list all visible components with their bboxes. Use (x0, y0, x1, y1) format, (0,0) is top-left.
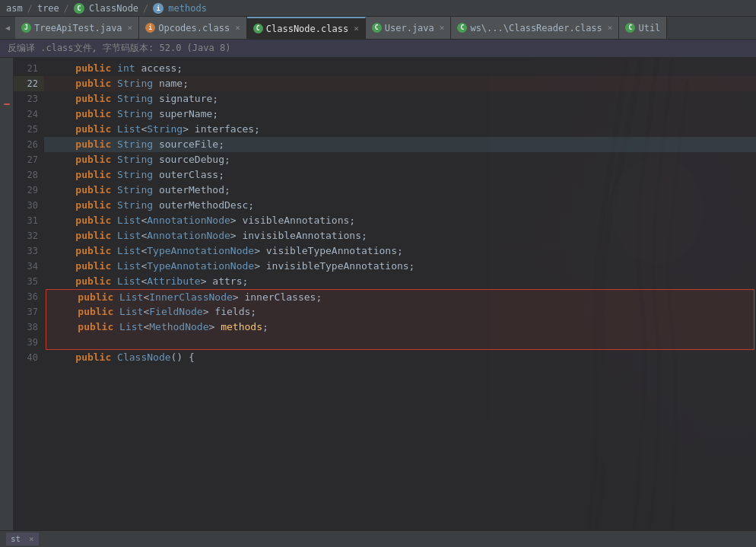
line-num-26: 26 (14, 137, 44, 152)
code-line-22: public String name; (44, 76, 756, 91)
code-line-26: public String sourceFile; (44, 137, 756, 152)
left-marker (4, 103, 10, 105)
code-line-35: public List<Attribute> attrs; (44, 274, 756, 289)
line-num-33: 33 (14, 243, 44, 259)
line-num-21: 21 (14, 61, 44, 76)
code-line-24: public String superName; (44, 107, 756, 122)
tab-label-opcodes: Opcodes.class (158, 23, 230, 33)
tab-user-java[interactable]: C User.java × (366, 17, 452, 39)
line-num-27: 27 (14, 152, 44, 167)
line-num-38: 38 (14, 320, 44, 335)
breadcrumb-asm[interactable]: asm (6, 3, 23, 14)
status-bar: st × (0, 530, 756, 547)
tab-icon-util: C (625, 23, 635, 33)
tab-opcodes[interactable]: i Opcodes.class × (139, 17, 247, 39)
code-line-31: public List<AnnotationNode> visibleAnnot… (44, 213, 756, 228)
tab-bar: ◀ J TreeApiTest.java × i Opcodes.class ×… (0, 17, 756, 40)
line-num-28: 28 (14, 167, 44, 183)
line-numbers: 21 22 23 24 25 26 27 28 29 30 31 32 33 3… (14, 58, 44, 530)
tab-icon-tree-api-test: J (21, 23, 31, 33)
code-lines[interactable]: public int access; public String name; p… (44, 58, 756, 530)
code-line-27: public String sourceDebug; (44, 152, 756, 167)
tab-close-opcodes[interactable]: × (235, 23, 240, 33)
tab-label-user-java: User.java (385, 23, 434, 33)
code-line-21: public int access; (44, 61, 756, 76)
tab-util[interactable]: C Util (619, 17, 667, 39)
code-line-36: public List<InnerClassNode> innerClasses… (46, 289, 754, 304)
line-num-35: 35 (14, 274, 44, 289)
tab-close-user-java[interactable]: × (440, 23, 445, 33)
code-line-30: public String outerMethodDesc; (44, 198, 756, 213)
line-num-39: 39 (14, 335, 44, 350)
tab-icon-user-java: C (372, 23, 382, 33)
left-panel (0, 58, 14, 530)
tab-icon-class-reader: C (457, 23, 467, 33)
code-line-39 (46, 335, 754, 350)
line-num-32: 32 (14, 228, 44, 243)
status-tab-label: st (11, 534, 21, 544)
code-line-25: public List<String> interfaces; (44, 122, 756, 137)
breadcrumb-tree[interactable]: tree (37, 3, 59, 14)
code-line-32: public List<AnnotationNode> invisibleAnn… (44, 228, 756, 243)
status-tab-close[interactable]: × (29, 534, 34, 544)
line-num-37: 37 (14, 304, 44, 320)
tab-label-util: Util (638, 23, 660, 33)
code-container[interactable]: 21 22 23 24 25 26 27 28 29 30 31 32 33 3… (14, 58, 756, 530)
line-num-31: 31 (14, 213, 44, 228)
line-num-36: 36 (14, 289, 44, 304)
info-text: 反编译 .class文件, 字节码版本: 52.0 (Java 8) (8, 42, 230, 55)
breadcrumb-methods[interactable]: methods (168, 3, 207, 14)
line-num-34: 34 (14, 259, 44, 274)
info-bar: 反编译 .class文件, 字节码版本: 52.0 (Java 8) (0, 40, 756, 58)
line-num-24: 24 (14, 107, 44, 122)
code-line-28: public String outerClass; (44, 167, 756, 183)
tab-class-node[interactable]: C ClassNode.class × (247, 17, 366, 39)
code-line-34: public List<TypeAnnotationNode> invisibl… (44, 259, 756, 274)
breadcrumb-classnode[interactable]: ClassNode (89, 3, 138, 14)
tab-icon-class-node: C (253, 24, 263, 33)
line-num-22: 22 (14, 76, 44, 91)
code-line-23: public String signature; (44, 91, 756, 107)
line-num-30: 30 (14, 198, 44, 213)
tab-tree-api-test[interactable]: J TreeApiTest.java × (15, 17, 139, 39)
code-line-38: public List<MethodNode> methods; (46, 320, 754, 335)
code-line-37: public List<FieldNode> fields; (46, 304, 754, 320)
line-num-23: 23 (14, 91, 44, 107)
methods-icon: i (153, 3, 164, 14)
tab-label-tree-api-test: TreeApiTest.java (34, 23, 122, 33)
line-num-25: 25 (14, 122, 44, 137)
tab-class-reader[interactable]: C ws\...\ClassReader.class × (451, 17, 619, 39)
line-num-29: 29 (14, 183, 44, 198)
code-line-29: public String outerMethod; (44, 183, 756, 198)
status-tab[interactable]: st × (6, 533, 39, 545)
editor-area: 21 22 23 24 25 26 27 28 29 30 31 32 33 3… (0, 58, 756, 530)
tab-label-class-node: ClassNode.class (266, 24, 348, 34)
code-line-40: public ClassNode() { (44, 350, 756, 365)
tab-icon-opcodes: i (145, 23, 155, 33)
tab-scroll-left[interactable]: ◀ (0, 17, 15, 39)
classnode-icon: C (74, 3, 84, 14)
code-line-33: public List<TypeAnnotationNode> visibleT… (44, 243, 756, 259)
tab-close-class-reader[interactable]: × (608, 23, 613, 33)
tab-close-tree-api-test[interactable]: × (128, 23, 133, 33)
tab-close-class-node[interactable]: × (354, 24, 359, 33)
line-num-40: 40 (14, 350, 44, 365)
breadcrumb-bar: asm / tree / C ClassNode / i methods (0, 0, 756, 17)
tab-label-class-reader: ws\...\ClassReader.class (470, 23, 602, 33)
